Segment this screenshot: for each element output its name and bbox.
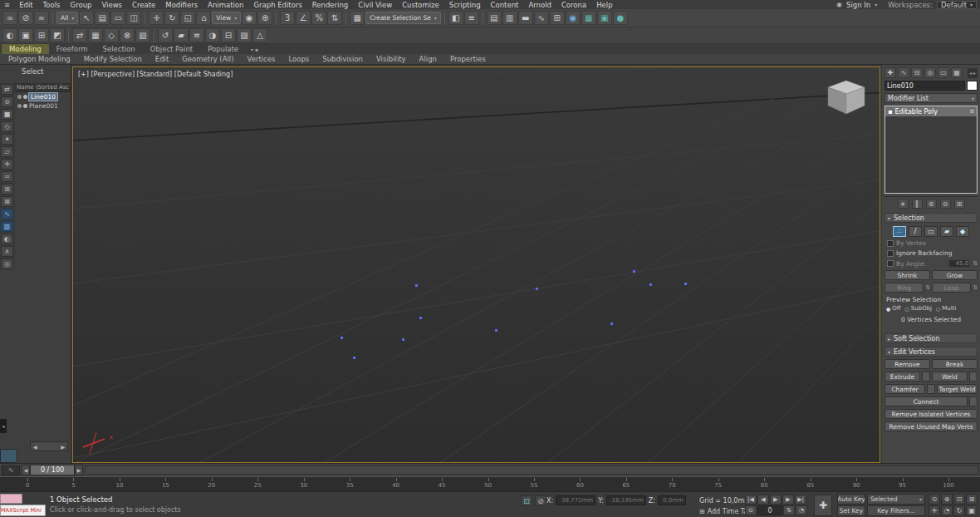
toggle-layer-explorer-icon[interactable]: ▥ [502,11,517,25]
x-coordinate-field[interactable]: 38,772mm [556,495,595,505]
menu-group[interactable]: Group [66,1,97,9]
align-icon[interactable]: ≡ [464,11,479,25]
spinner-snap-toggle-icon[interactable]: ⇅ [327,11,342,25]
viewport-label[interactable]: [+] [Perspective] [Standard] [Default Sh… [78,71,233,78]
y-coordinate-field[interactable]: -18,195mm [606,495,646,505]
vertex-point[interactable] [633,270,635,273]
previous-frame-button[interactable]: ◀ [757,495,769,505]
selection-set-dropdown[interactable]: Selected ▾ [867,494,925,505]
panel-collapse-tab[interactable]: ◂ [0,419,7,433]
modifier-list-dropdown[interactable]: Modifier List ▾ [884,93,978,103]
select-and-scale-icon[interactable]: ◱ [180,11,195,25]
remove-modifier-icon[interactable]: ⊖ [940,199,951,209]
ribbon-group-align[interactable]: Align [413,55,443,63]
lock-cell-editing-icon[interactable]: ⊘ [1,96,13,107]
current-frame-field[interactable]: 0 [757,505,782,515]
next-frame-button[interactable]: ▶ [782,495,794,505]
schematic-view-icon[interactable]: ⊞ [550,11,565,25]
render-setup-icon[interactable]: ▦ [581,11,596,25]
ribbon-tab-modeling[interactable]: Modeling [2,44,49,54]
vertex-point[interactable] [353,357,355,359]
orbit-icon[interactable]: ↻ [953,505,965,516]
ribbon-config-icon[interactable]: ▾ ▪ [251,44,258,54]
remove-button[interactable]: Remove [884,359,930,369]
display-containers-icon[interactable]: ▥ [1,221,13,232]
display-groups-icon[interactable]: ⊞ [1,184,13,194]
mini-curve-editor-icon[interactable]: ∿ [2,465,20,475]
go-to-end-button[interactable]: ▶| [795,495,806,505]
select-and-move-icon[interactable]: ✛ [149,11,164,25]
vertex-point[interactable] [415,284,418,287]
extra-tool-15-icon[interactable]: ▨ [237,28,252,42]
ribbon-group-properties[interactable]: Properties [443,55,492,63]
add-time-tag[interactable]: ⊞ Add Time Tag [699,508,752,515]
vertex-point[interactable] [495,329,497,332]
tab-motion-icon[interactable]: ◎ [924,67,936,78]
vertex-point[interactable] [649,283,652,286]
select-and-rotate-icon[interactable]: ↻ [164,11,179,25]
use-pivot-point-icon[interactable]: ◉ [242,11,257,25]
remove-isolated-vertices-button[interactable]: Remove Isolated Vertices [884,409,978,419]
configure-modifier-sets-icon[interactable]: ⊞ [954,199,965,209]
viewport-layout-tab[interactable] [0,449,17,463]
extra-tool-7-icon[interactable]: ◇ [104,28,119,42]
material-editor-icon[interactable]: ◉ [566,11,581,25]
ribbon-tab-populate[interactable]: Populate [200,44,246,54]
element-subobject-icon[interactable]: ◆ [956,226,969,237]
soft-selection-rollout-header[interactable]: ▸ Soft Selection [884,333,978,343]
vertex-subobject-icon[interactable]: ∴ [893,226,906,237]
extra-tool-16-icon[interactable]: △ [252,28,267,42]
display-helpers-icon[interactable]: ✛ [1,159,13,170]
tab-display-icon[interactable]: ▭ [938,67,949,78]
extra-tool-9-icon[interactable]: ▧ [135,28,150,42]
stack-item-editable-poly[interactable]: ▪ Editable Poly ≡ [885,106,977,116]
toggle-scene-explorer-icon[interactable]: ▤ [487,11,502,25]
make-unique-icon[interactable]: ⊚ [926,199,937,209]
menu-content[interactable]: Content [486,1,524,9]
vertex-point[interactable] [684,283,687,285]
toggle-ribbon-icon[interactable]: ▬ [518,11,533,25]
play-animation-button[interactable]: ▶ [770,495,782,505]
menu-corona[interactable]: Corona [556,1,591,9]
next-frame-arrow-icon[interactable]: ▶ [75,465,83,475]
vertex-point[interactable] [419,317,422,319]
preview-off-radio[interactable]: ● Off [886,305,901,312]
preview-multi-radio[interactable]: ○ Multi [936,305,956,312]
by-angle-field[interactable]: 45,0 [948,259,970,268]
snaps-toggle-icon[interactable]: 3 [280,11,295,25]
menu-animation[interactable]: Animation [203,1,248,9]
zoom-icon[interactable]: ⊙ [929,494,940,505]
scroll-right-icon[interactable]: ▶ [61,444,65,450]
select-object-icon[interactable]: ↖ [79,11,94,25]
loop-spinner[interactable]: ⇅ [973,284,978,291]
isolate-selection-toggle-icon[interactable]: ⊡ [521,495,532,506]
menu-views[interactable]: Views [96,1,127,9]
weld-settings-icon[interactable] [969,372,978,382]
menu-rendering[interactable]: Rendering [307,1,353,9]
key-filters-button[interactable]: Key Filters... [867,505,925,516]
reference-coordinate-system-dropdown[interactable]: View▾ [212,12,241,24]
edit-vertices-rollout-header[interactable]: ▾ Edit Vertices [884,347,978,357]
previous-frame-arrow-icon[interactable]: ◀ [22,465,30,475]
track-bar-ruler[interactable]: 0510152025303540455055606570758085909510… [0,476,980,491]
menu-edit[interactable]: Edit [14,1,37,9]
edge-subobject-icon[interactable]: / [909,226,922,237]
set-key-button[interactable]: Set Key [837,505,865,516]
extra-tool-14-icon[interactable]: ⊟ [221,28,236,42]
ribbon-group-vertices[interactable]: Vertices [241,55,282,63]
render-production-icon[interactable]: ● [613,11,628,25]
extra-tool-1-icon[interactable]: ◐ [2,28,17,42]
extra-tool-6-icon[interactable]: ▦ [88,28,103,42]
extra-tool-12-icon[interactable]: ≡ [189,28,204,42]
select-by-name-icon[interactable]: ▤ [95,11,110,25]
selection-lock-toggle-icon[interactable]: ⊘ [535,495,546,506]
name-column-header[interactable]: Name (Sorted Asc [15,83,71,92]
zoom-extents-all-icon[interactable]: ⊞ [966,494,978,505]
spinner-icon[interactable]: ⇅ [973,260,978,267]
display-cameras-icon[interactable]: ▱ [1,146,13,157]
tab-create-icon[interactable]: ✚ [884,67,896,78]
polygon-subobject-icon[interactable]: ▰ [940,226,953,237]
break-button[interactable]: Break [932,359,978,369]
select-and-link-icon[interactable]: ∞ [2,11,17,25]
ribbon-group-subdivision[interactable]: Subdivision [316,55,370,63]
